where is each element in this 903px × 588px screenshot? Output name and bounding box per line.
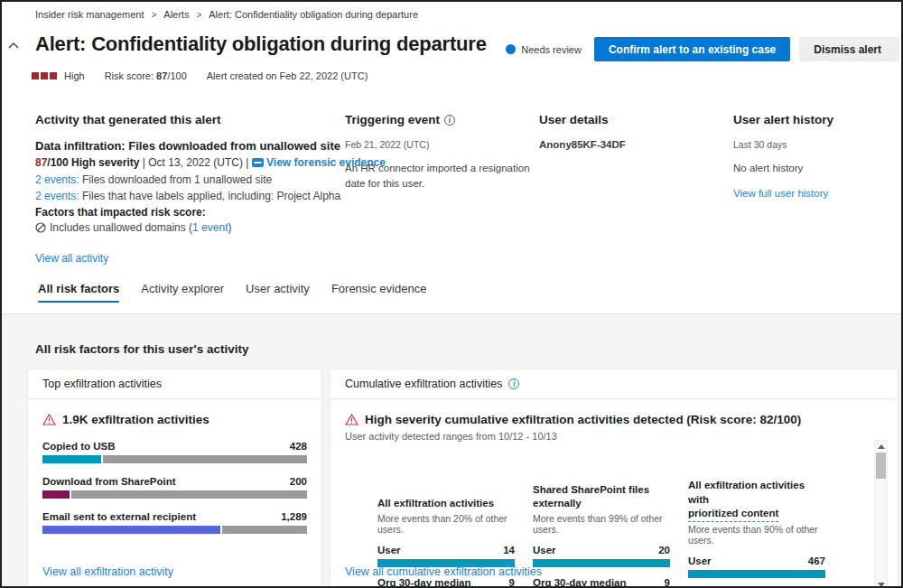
history-period: Last 30 days <box>733 139 896 150</box>
bar-remainder <box>222 526 307 534</box>
breadcrumb-item[interactable]: Alert: Confidentiality obligation during… <box>209 9 418 20</box>
user-metric: User467 <box>688 555 825 566</box>
needs-review-dot-icon <box>506 44 516 54</box>
forensic-evidence-icon <box>252 158 264 167</box>
triggering-event-date: Feb 21, 2022 (UTC) <box>345 139 539 150</box>
view-full-user-history-link[interactable]: View full user history <box>733 188 828 199</box>
factor-text: Includes unallowed domains (1 event) <box>50 221 231 234</box>
scroll-down-icon[interactable] <box>874 579 888 588</box>
unallowed-domain-icon <box>35 222 46 233</box>
user-details-heading: User details <box>539 113 715 126</box>
tab-user-activity[interactable]: User activity <box>246 282 310 303</box>
info-icon[interactable]: i <box>444 115 455 126</box>
event-text: Files that have labels applied, includin… <box>79 190 341 202</box>
dismiss-alert-button[interactable]: Dismiss alert <box>799 37 899 61</box>
breadcrumb-separator: > <box>196 10 201 20</box>
prioritized-content-term[interactable]: prioritized content <box>688 507 778 522</box>
activity-event-line: 2 events: Files downloaded from 1 unallo… <box>35 173 342 186</box>
bar-label: Copied to USB <box>42 441 116 452</box>
exfiltration-bar-row: Download from SharePoint200 <box>42 476 307 499</box>
info-icon[interactable]: i <box>508 378 519 389</box>
events-count-link[interactable]: 2 events: <box>35 173 79 186</box>
median-metric: Org 30-day median9 <box>377 577 515 588</box>
breadcrumb-item[interactable]: Insider risk management <box>35 9 144 20</box>
top-exfiltration-bars: Copied to USB428Download from SharePoint… <box>42 441 307 534</box>
user-name: Anony85KF-34DF <box>539 139 715 150</box>
cumulative-column: All exfiltration activities withprioriti… <box>688 479 825 588</box>
cumulative-warning-heading: High severity cumulative exfiltration ac… <box>345 413 883 426</box>
user-label: User <box>377 545 401 555</box>
cumulative-column-title: Shared SharePoint files externally <box>533 479 670 511</box>
median-value: 9 <box>665 577 670 588</box>
tab-all-risk-factors[interactable]: All risk factors <box>38 282 119 303</box>
bar-value: 1,289 <box>281 511 307 522</box>
cumulative-column-note: More events than 99% of other users. <box>533 513 670 535</box>
bar-label: Download from SharePoint <box>42 476 176 487</box>
activity-heading: Activity that generated this alert <box>35 113 342 126</box>
bar-fill <box>42 455 101 463</box>
user-value: 467 <box>808 555 825 566</box>
activity-event-title: Data infiltration: Files downloaded from… <box>35 139 342 153</box>
factor-event-link[interactable]: 1 event <box>192 221 228 234</box>
user-alert-history-section: User alert history Last 30 days No alert… <box>733 113 896 200</box>
cumulative-subtitle: User activity detected ranges from 10/12… <box>345 431 883 442</box>
cumulative-column: Shared SharePoint files externallyMore e… <box>533 479 670 588</box>
view-all-cumulative-link[interactable]: View all cumulative exfiltration activit… <box>345 565 542 578</box>
bar-track <box>42 526 307 534</box>
user-value: 20 <box>658 545 670 555</box>
bar-label: Email sent to external recipient <box>42 511 196 522</box>
warning-icon <box>345 414 358 425</box>
tab-bar: All risk factorsActivity explorerUser ac… <box>38 282 426 303</box>
activity-events-list: 2 events: Files downloaded from 1 unallo… <box>35 173 342 202</box>
user-value: 14 <box>503 545 515 555</box>
severity-label: High <box>64 70 85 81</box>
bar-remainder <box>103 455 307 463</box>
risk-factors-section: All risk factors for this user's activit… <box>2 313 901 586</box>
cumulative-card-title: Cumulative exfiltration activities <box>345 378 502 390</box>
severity-squares-icon <box>32 72 57 79</box>
user-label: User <box>533 545 556 555</box>
top-exfiltration-card-title: Top exfiltration activities <box>28 369 321 399</box>
exfiltration-bar-row: Copied to USB428 <box>42 441 307 463</box>
activity-section: Activity that generated this alert Data … <box>35 113 342 265</box>
collapse-chevron-icon[interactable] <box>7 40 20 52</box>
bar-track <box>42 490 307 499</box>
header-actions: Needs review Confirm alert to an existin… <box>506 37 899 61</box>
median-label: Org 30-day median <box>377 577 471 588</box>
factor-line: Includes unallowed domains (1 event) <box>35 221 342 234</box>
bar-fill <box>42 490 70 499</box>
view-all-activity-link[interactable]: View all activity <box>35 252 108 265</box>
median-value: 9 <box>509 577 515 588</box>
activity-score-line: 87/100 High severity | Oct 13, 2022 (UTC… <box>35 156 342 169</box>
events-count-link[interactable]: 2 events: <box>35 190 79 202</box>
warning-icon <box>42 414 56 425</box>
bar-track <box>42 455 307 463</box>
breadcrumb-item[interactable]: Alerts <box>163 9 189 20</box>
cumulative-column-note: More events than 90% of other users. <box>688 524 825 546</box>
scrollbar-thumb[interactable] <box>876 453 886 479</box>
median-label: Org 30-day median <box>533 577 627 588</box>
vertical-scrollbar[interactable] <box>874 440 888 588</box>
status-badge: Needs review <box>506 44 582 55</box>
user-metric: User14 <box>377 545 515 555</box>
scroll-up-icon[interactable] <box>874 441 888 453</box>
confirm-alert-button[interactable]: Confirm alert to an existing case <box>594 37 790 61</box>
view-all-exfiltration-link[interactable]: View all exfiltration activity <box>42 565 173 578</box>
median-metric: Org 30-day median9 <box>533 577 670 588</box>
bar-fill <box>533 559 670 567</box>
bar-remainder <box>71 490 307 499</box>
tab-activity-explorer[interactable]: Activity explorer <box>141 282 224 303</box>
bar-fill <box>42 526 220 534</box>
page-title: Alert: Confidentiality obligation during… <box>35 33 487 56</box>
user-alert-history-heading: User alert history <box>733 113 896 126</box>
bar-value: 428 <box>290 441 307 452</box>
user-details-section: User details Anony85KF-34DF <box>539 113 715 150</box>
alert-meta-row: High Risk score: 87/100 Alert created on… <box>32 70 368 81</box>
tab-forensic-evidence[interactable]: Forensic evidence <box>331 282 427 303</box>
bar-fill <box>688 570 825 578</box>
user-label: User <box>688 555 712 566</box>
cumulative-column-title: All exfiltration activities <box>377 479 515 511</box>
user-bar <box>688 570 825 578</box>
exfiltration-bar-row: Email sent to external recipient1,289 <box>42 511 307 534</box>
exfiltration-warning-heading: 1.9K exfiltration activities <box>42 413 307 426</box>
